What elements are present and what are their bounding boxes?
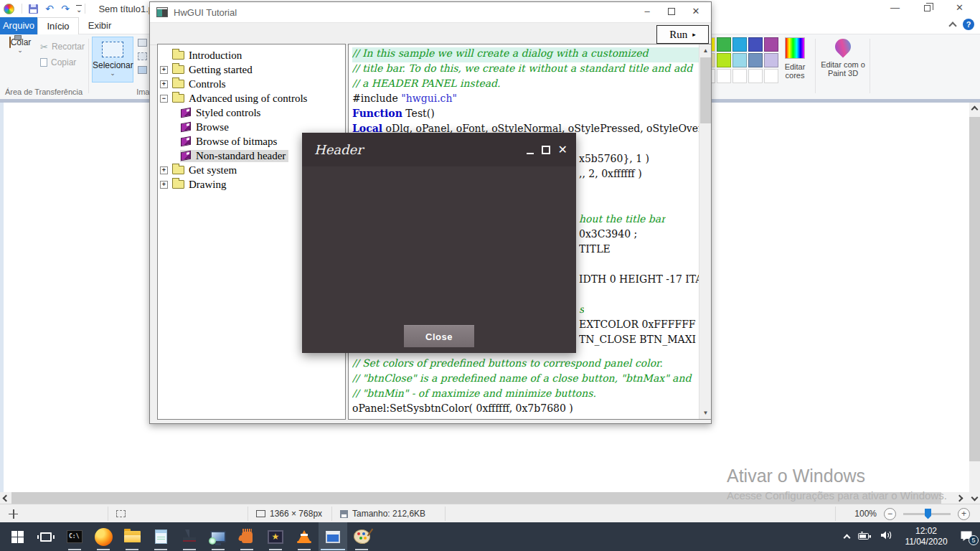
vertical-scrollbar[interactable] xyxy=(969,103,980,504)
rotate-icon[interactable] xyxy=(138,66,147,74)
color-swatch[interactable] xyxy=(732,37,747,52)
taskbar-ship-app[interactable] xyxy=(175,522,204,551)
taskbar-hwgui-app[interactable] xyxy=(319,522,347,551)
hwgui-maximize-button[interactable] xyxy=(659,2,684,21)
save-icon[interactable] xyxy=(29,4,38,14)
tree-item-label: Introduction xyxy=(189,50,242,62)
edit-colors-button[interactable]: Editar cores xyxy=(776,37,814,80)
running-indicator xyxy=(240,549,253,550)
paint-minimize-button[interactable]: — xyxy=(879,0,911,16)
image-tools xyxy=(138,39,147,74)
color-swatch[interactable] xyxy=(732,69,747,83)
cut-button[interactable]: Recortar xyxy=(40,40,85,53)
color-swatch[interactable] xyxy=(717,69,731,83)
scroll-left-icon[interactable] xyxy=(3,495,10,502)
color-swatch[interactable] xyxy=(748,53,763,67)
paste-dropdown-icon[interactable]: ⌄ xyxy=(4,47,36,53)
taskbar-computer-app[interactable] xyxy=(204,522,232,551)
notifications-icon[interactable]: 5 xyxy=(960,530,974,543)
tree-item[interactable]: +Getting started xyxy=(158,62,345,77)
resize-icon[interactable] xyxy=(138,52,147,60)
tree-item-label: Getting started xyxy=(189,64,253,76)
collapse-icon[interactable]: − xyxy=(160,95,168,103)
hwgui-minimize-button[interactable]: – xyxy=(635,2,659,21)
folder-icon xyxy=(172,94,184,103)
scroll-up-icon[interactable] xyxy=(971,106,979,113)
taskbar-hand-app[interactable] xyxy=(232,522,261,551)
undo-icon[interactable]: ↶ xyxy=(42,1,57,17)
taskbar-task-view[interactable] xyxy=(32,522,60,551)
battery-icon[interactable] xyxy=(858,530,872,543)
zoom-slider-thumb[interactable] xyxy=(925,509,931,519)
code-scrollbar[interactable]: ▲ ▼ xyxy=(699,44,711,419)
tree-item[interactable]: +Controls xyxy=(158,77,345,91)
tab-exibir[interactable]: Exibir xyxy=(79,17,121,34)
code-scroll-thumb[interactable] xyxy=(700,57,711,123)
color-swatch[interactable] xyxy=(717,53,731,67)
tree-item[interactable]: Styled controls xyxy=(158,105,345,120)
paste-button[interactable]: Colar ⌄ xyxy=(4,37,36,82)
code-scroll-up-icon[interactable]: ▲ xyxy=(699,44,712,57)
tree-item[interactable]: Introduction xyxy=(158,48,345,62)
copy-button[interactable]: Copiar xyxy=(40,56,76,69)
hwgui-close-button[interactable]: ✕ xyxy=(684,2,708,21)
color-swatch[interactable] xyxy=(712,53,715,67)
scroll-right-icon[interactable] xyxy=(956,495,963,502)
dialog-minimize-icon[interactable] xyxy=(527,153,534,154)
tab-inicio[interactable]: Início xyxy=(37,17,79,34)
collapse-ribbon-icon[interactable] xyxy=(948,22,956,29)
volume-icon[interactable] xyxy=(880,530,892,543)
dialog-maximize-icon[interactable] xyxy=(542,146,550,154)
dialog-close-icon[interactable]: ✕ xyxy=(558,144,567,156)
clock[interactable]: 12:02 11/04/2020 xyxy=(901,526,951,547)
zoom-in-button[interactable]: + xyxy=(958,508,970,520)
dialog-close-button[interactable]: Close xyxy=(404,325,474,347)
file-size-icon xyxy=(340,510,348,518)
tree-item[interactable]: Browse xyxy=(158,120,345,134)
tab-arquivo[interactable]: Arquivo xyxy=(0,17,37,34)
horizontal-scroll-thumb[interactable] xyxy=(11,492,941,504)
color-swatch[interactable] xyxy=(748,37,763,52)
customize-toolbar-icon[interactable]: ⌄ xyxy=(76,5,82,13)
taskbar-movie-maker[interactable] xyxy=(261,522,290,551)
taskbar-paint-app[interactable] xyxy=(347,522,376,551)
color-swatch[interactable] xyxy=(712,37,715,52)
paint3d-button[interactable]: Editar com o Paint 3D xyxy=(819,37,867,77)
taskbar-command-prompt[interactable] xyxy=(60,522,89,551)
help-icon[interactable] xyxy=(963,19,974,30)
zoom-slider[interactable] xyxy=(903,513,951,515)
color-swatch[interactable] xyxy=(748,69,763,83)
firefox-icon xyxy=(95,528,113,546)
tree-item[interactable]: −Advanced using of controls xyxy=(158,91,345,105)
taskbar-vlc[interactable] xyxy=(290,522,319,551)
expand-icon[interactable]: + xyxy=(160,166,168,174)
color-swatch[interactable] xyxy=(712,69,715,83)
zoom-out-button[interactable]: − xyxy=(884,508,896,520)
color-swatch[interactable] xyxy=(717,37,731,52)
horizontal-scrollbar[interactable] xyxy=(0,492,969,504)
paint-restore-button[interactable] xyxy=(911,0,943,16)
vertical-scroll-thumb[interactable] xyxy=(969,117,980,461)
select-tool[interactable]: Selecionar ⌄ xyxy=(92,37,133,83)
expand-icon[interactable]: + xyxy=(160,181,168,189)
paint-close-button[interactable]: ✕ xyxy=(943,0,976,16)
dialog-title-bar[interactable]: Header ✕ xyxy=(302,133,576,166)
redo-icon[interactable]: ↷ xyxy=(57,1,73,17)
expand-icon[interactable]: + xyxy=(160,80,168,88)
crop-icon[interactable] xyxy=(138,39,147,47)
expand-icon[interactable]: + xyxy=(160,66,168,74)
taskbar-windows-start[interactable] xyxy=(3,522,32,551)
tree-item-label: Drawing xyxy=(189,179,227,191)
taskbar-file-explorer[interactable] xyxy=(118,522,146,551)
hwgui-title-bar[interactable]: HwGUI Tutorial – ✕ xyxy=(150,2,711,22)
code-fragment: x5b5760}, 1 ) xyxy=(579,153,649,168)
scroll-down-icon[interactable] xyxy=(971,494,979,501)
code-scroll-down-icon[interactable]: ▼ xyxy=(699,407,712,419)
run-button[interactable]: Run ▸ xyxy=(656,25,709,44)
hidden-icons-chevron[interactable] xyxy=(844,534,851,542)
color-swatch[interactable] xyxy=(732,53,747,67)
taskbar-firefox[interactable] xyxy=(89,522,118,551)
divider xyxy=(870,39,870,93)
select-dropdown-icon[interactable]: ⌄ xyxy=(93,70,133,76)
taskbar-notepad[interactable] xyxy=(146,522,175,551)
